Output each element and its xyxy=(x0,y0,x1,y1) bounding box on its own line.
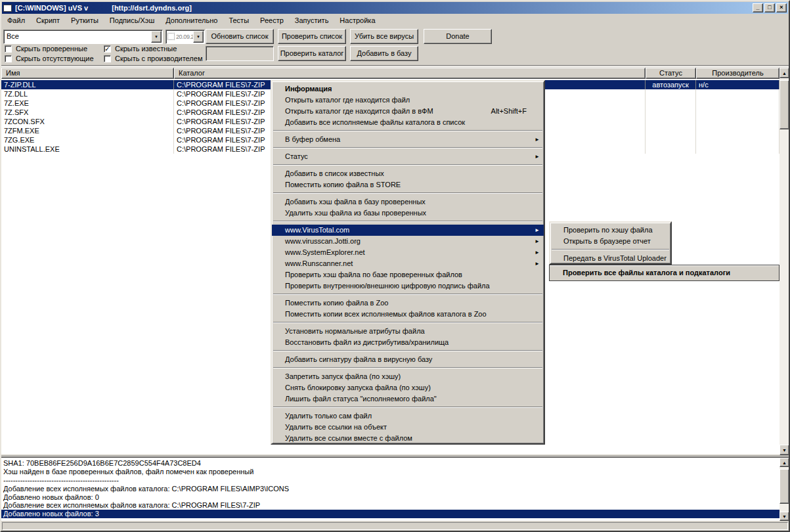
table-scrollbar-thumb[interactable] xyxy=(779,80,789,129)
scroll-down-icon[interactable]: ▼ xyxy=(779,512,789,521)
context-menu-item[interactable]: Открыть каталог где находится файл xyxy=(272,95,544,106)
context-menu-item[interactable]: Лишить файл статуса "исполняемого файла" xyxy=(272,393,544,405)
kill-viruses-button[interactable]: Убить все вирусы xyxy=(350,29,418,44)
context-menu-item[interactable]: Добавить все исполняемые файлы каталога … xyxy=(272,117,544,128)
log-scrollbar-thumb[interactable] xyxy=(779,469,789,504)
checkbox[interactable] xyxy=(5,45,12,53)
context-menu-item-label: В буфер обмена xyxy=(285,135,340,143)
submenu-item-label: Передать в VirusTotal Uploader xyxy=(563,254,667,262)
menubar-item-6[interactable]: Тесты xyxy=(223,15,255,26)
cell-status xyxy=(646,108,696,117)
filter-combobox[interactable]: Все ▼ xyxy=(3,30,163,44)
menubar-item-8[interactable]: Запустить xyxy=(290,15,335,26)
context-menu-item[interactable]: В буфер обмена► xyxy=(272,134,544,145)
context-menu-separator xyxy=(273,320,542,326)
date-combobox[interactable]: 20.09.2013 ▼ xyxy=(165,30,205,44)
context-menu-item[interactable]: Запретить запуск файла (по хэшу) xyxy=(272,371,544,382)
context-menu-separator xyxy=(273,348,542,354)
column-header-name[interactable]: Имя xyxy=(1,68,174,79)
log-line: Добавлено новых файлов: 0 xyxy=(1,493,779,502)
submenu-item[interactable]: Открыть в браузере отчет xyxy=(550,236,670,247)
context-menu-item[interactable]: Поместить копии всех исполняемых файлов … xyxy=(272,309,544,320)
donate-button[interactable]: Donate xyxy=(424,29,492,44)
cell-status xyxy=(646,135,696,144)
cell-producer xyxy=(696,89,779,99)
context-menu-item[interactable]: Поместить копию файла в STORE xyxy=(272,179,544,190)
close-button[interactable]: × xyxy=(776,3,787,12)
context-menu-item[interactable]: Удалить только сам файл xyxy=(272,410,544,422)
context-menu-item[interactable]: Проверить внутреннюю/внешнюю цифровую по… xyxy=(272,280,544,292)
submenu-separator xyxy=(552,247,669,253)
context-menu-item[interactable]: Открыть каталог где находится файл в вФМ… xyxy=(272,106,544,117)
checkbox[interactable]: ✓ xyxy=(104,45,111,53)
filter-dropdown-icon[interactable]: ▼ xyxy=(151,31,162,43)
submenu-item-check-all-files[interactable]: Проверить все файлы каталога и подкатало… xyxy=(549,265,779,281)
update-list-button[interactable]: Обновить список xyxy=(206,29,274,44)
directory-input[interactable] xyxy=(206,46,274,61)
log-line: Хэш найден в базе проверенных файлов, фа… xyxy=(1,468,779,476)
context-menu-item[interactable]: Проверить хэш файла по базе проверенных … xyxy=(272,269,544,280)
checkbox[interactable] xyxy=(104,55,111,62)
menubar-item-4[interactable]: Подпись/Хэш xyxy=(104,15,160,26)
menubar-item-7[interactable]: Реестр xyxy=(255,15,290,26)
cell-producer xyxy=(696,135,779,144)
context-menu-item[interactable]: www.Runscanner.net► xyxy=(272,258,544,269)
menubar-item-2[interactable]: Скрипт xyxy=(31,15,66,26)
date-dropdown-icon[interactable]: ▼ xyxy=(193,31,204,43)
cell-producer xyxy=(696,108,779,117)
scroll-down-icon[interactable]: ▼ xyxy=(779,445,789,455)
context-menu-item-label: Добавить в список известных xyxy=(285,169,384,177)
maximize-button[interactable]: □ xyxy=(764,3,775,12)
cell-name: UNINSTALL.EXE xyxy=(1,144,174,154)
context-menu-item[interactable]: Восстановить файл из дистрибутива/хранил… xyxy=(272,337,544,348)
check-directory-button[interactable]: Проверить каталог xyxy=(278,46,346,61)
context-menu-item-label: Снять блокировку запуска файла (по хэшу) xyxy=(285,384,431,391)
checkbox[interactable] xyxy=(5,55,12,62)
check-list-button[interactable]: Проверить список xyxy=(278,29,346,44)
context-menu-item[interactable]: www.VirusTotal.com► xyxy=(272,225,544,236)
context-menu-item-label: www.Runscanner.net xyxy=(285,259,353,267)
context-menu-item[interactable]: www.virusscan.Jotti.org► xyxy=(272,236,544,247)
context-menu-item[interactable]: Информация xyxy=(272,83,544,95)
context-menu-item-label: Удалить все ссылки вместе с файлом xyxy=(285,434,412,442)
cell-status xyxy=(646,126,696,135)
menubar-item-9[interactable]: Настройка xyxy=(334,15,381,26)
checkbox-row: Скрыть отсутствующие xyxy=(5,55,94,62)
log-line: SHA1: 70BEB86FE256D9A16B6E7C2859C554F4A7… xyxy=(1,459,779,468)
menubar-item-1[interactable]: Файл xyxy=(2,15,31,26)
context-menu-item[interactable]: Удалить хэш файла из базы проверенных xyxy=(272,208,544,219)
context-menu-item[interactable]: Установить нормальные атрибуты файла xyxy=(272,326,544,337)
table-scrollbar[interactable]: ▲ ▼ xyxy=(779,68,789,455)
context-menu-item[interactable]: www.SystemExplorer.net► xyxy=(272,247,544,258)
context-menu-item[interactable]: Удалить все ссылки на объект xyxy=(272,422,544,433)
context-menu-item[interactable]: Добавить в список известных xyxy=(272,168,544,179)
menubar-item-3[interactable]: Руткиты xyxy=(66,15,104,26)
column-header-status[interactable]: Статус xyxy=(646,68,696,79)
column-header-catalog[interactable]: Каталог xyxy=(174,68,646,79)
checkbox-label: Скрыть проверенные xyxy=(16,45,87,53)
scroll-up-icon[interactable]: ▲ xyxy=(779,458,789,467)
log-scrollbar[interactable]: ▲ ▼ xyxy=(779,458,789,521)
context-menu-item[interactable]: Поместить копию файла в Zoo xyxy=(272,298,544,309)
menubar-item-5[interactable]: Дополнительно xyxy=(160,15,223,26)
cell-producer xyxy=(696,126,779,135)
context-menu-item-label: Поместить копии всех исполняемых файлов … xyxy=(285,310,487,318)
submenu-arrow-icon: ► xyxy=(535,151,540,162)
add-to-base-button[interactable]: Добавить в базу xyxy=(350,46,418,61)
log-panel[interactable]: SHA1: 70BEB86FE256D9A16B6E7C2859C554F4A7… xyxy=(1,458,779,521)
context-menu-item[interactable]: Снять блокировку запуска файла (по хэшу) xyxy=(272,382,544,393)
date-checkbox[interactable] xyxy=(167,33,175,40)
context-menu: ИнформацияОткрыть каталог где находится … xyxy=(271,80,545,445)
submenu-item[interactable]: Проверить по хэшу файла xyxy=(550,225,670,236)
context-menu-item-label: Открыть каталог где находится файл в вФМ xyxy=(285,107,433,115)
submenu-item[interactable]: Передать в VirusTotal Uploader xyxy=(550,253,670,264)
context-menu-item[interactable]: Удалить все ссылки вместе с файлом xyxy=(272,433,544,444)
context-menu-item-label: Установить нормальные атрибуты файла xyxy=(285,327,425,335)
context-menu-item[interactable]: Статус► xyxy=(272,151,544,162)
checkbox-label: Скрыть известные xyxy=(115,45,177,53)
context-menu-item[interactable]: Добавить сигнатуру файла в вирусную базу xyxy=(272,354,544,365)
column-header-producer[interactable]: Производитель xyxy=(696,68,779,79)
context-menu-item[interactable]: Добавить хэш файла в базу проверенных xyxy=(272,196,544,208)
scroll-up-icon[interactable]: ▲ xyxy=(779,68,789,78)
minimize-button[interactable]: _ xyxy=(753,3,763,12)
